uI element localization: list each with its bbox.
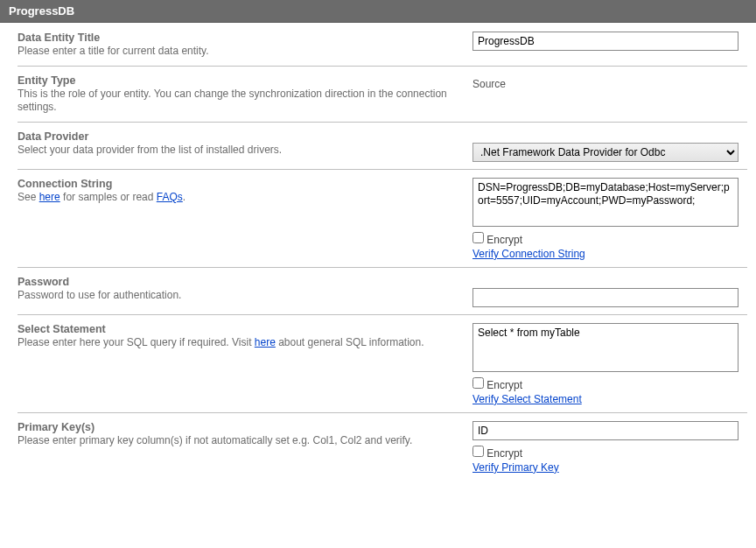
row-entity-type: Entity Type This is the role of your ent… xyxy=(0,66,756,122)
entity-type-desc: This is the role of your entity. You can… xyxy=(18,88,455,115)
entity-title-desc: Please enter a title for current data en… xyxy=(18,45,455,59)
select-desc-suffix: about general SQL information. xyxy=(276,336,424,348)
password-desc: Password to use for authentication. xyxy=(18,289,455,303)
pk-input[interactable] xyxy=(472,421,738,440)
row-data-provider: Data Provider Select your data provider … xyxy=(0,122,756,169)
select-heading: Select Statement xyxy=(18,323,455,335)
connstring-samples-link[interactable]: here xyxy=(39,191,60,203)
connstring-encrypt-label: Encrypt xyxy=(486,234,522,246)
entity-type-heading: Entity Type xyxy=(18,74,455,87)
select-input[interactable] xyxy=(472,323,738,372)
pk-heading: Primary Key(s) xyxy=(18,421,455,433)
password-input[interactable] xyxy=(472,288,738,307)
entity-title-heading: Data Entity Title xyxy=(18,32,455,44)
select-encrypt-checkbox[interactable] xyxy=(472,377,484,389)
select-desc: Please enter here your SQL query if requ… xyxy=(18,336,455,350)
select-verify-link[interactable]: Verify Select Statement xyxy=(472,393,582,405)
select-here-link[interactable]: here xyxy=(255,336,276,348)
provider-heading: Data Provider xyxy=(18,130,455,143)
row-select-statement: Select Statement Please enter here your … xyxy=(0,314,756,412)
row-connection-string: Connection String See here for samples o… xyxy=(0,169,756,267)
entity-title-input[interactable] xyxy=(472,32,738,51)
connstring-desc: See here for samples or read FAQs. xyxy=(18,191,455,205)
connstring-encrypt-checkbox[interactable] xyxy=(472,232,484,243)
connstring-heading: Connection String xyxy=(18,178,455,190)
pk-encrypt-checkbox[interactable] xyxy=(472,446,484,457)
row-password: Password Password to use for authenticat… xyxy=(0,267,756,314)
connstring-desc-prefix: See xyxy=(18,191,39,203)
select-desc-prefix: Please enter here your SQL query if requ… xyxy=(18,336,255,348)
password-heading: Password xyxy=(18,276,455,288)
row-entity-title: Data Entity Title Please enter a title f… xyxy=(0,23,756,66)
connstring-faqs-link[interactable]: FAQs xyxy=(157,191,183,203)
provider-desc: Select your data provider from the list … xyxy=(18,144,455,158)
select-encrypt-label: Encrypt xyxy=(486,379,522,391)
provider-select[interactable]: .Net Framework Data Provider for Odbc xyxy=(472,143,738,162)
connstring-verify-link[interactable]: Verify Connection String xyxy=(472,248,585,260)
pk-encrypt-label: Encrypt xyxy=(486,447,522,460)
connstring-input[interactable] xyxy=(472,178,738,227)
entity-type-value: Source xyxy=(472,74,738,90)
window-titlebar: ProgressDB xyxy=(0,0,756,23)
connstring-desc-suffix: . xyxy=(183,191,186,203)
pk-verify-link[interactable]: Verify Primary Key xyxy=(472,461,559,474)
row-primary-key: Primary Key(s) Please enter primary key … xyxy=(0,412,756,481)
connstring-desc-mid: for samples or read xyxy=(60,191,157,203)
settings-panel: Data Entity Title Please enter a title f… xyxy=(0,23,756,489)
pk-desc: Please enter primary key column(s) if no… xyxy=(18,434,455,448)
